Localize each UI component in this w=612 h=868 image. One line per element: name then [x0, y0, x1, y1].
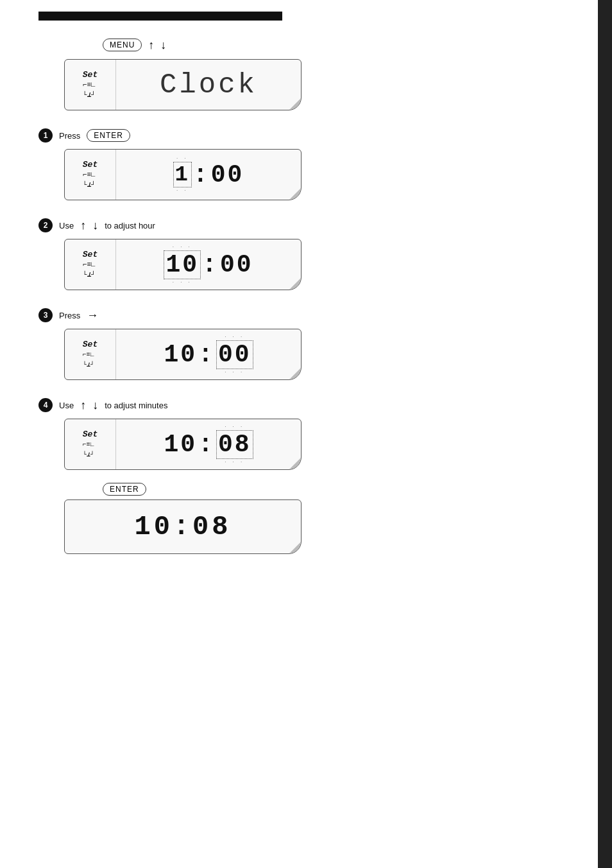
down-arrow-4: ↓ — [92, 399, 98, 411]
menu-button[interactable]: MENU — [103, 39, 142, 51]
final-display-time: 10:08 — [65, 512, 301, 542]
step-3-row: 3 Press → — [38, 308, 565, 322]
hour-3: 10 — [164, 341, 197, 369]
step-4-row: 4 Use ↑ ↓ to adjust minutes — [38, 398, 565, 412]
enter-button-1[interactable]: ENTER — [87, 129, 130, 142]
main-content: MENU ↑ ↓ Set ⌐≡∟ └⊥┘ Clock 1 Press ENTER… — [38, 32, 565, 567]
step-2-row: 2 Use ↑ ↓ to adjust hour — [38, 218, 565, 232]
menu-row: MENU ↑ ↓ — [103, 39, 565, 51]
display-2-time: · · · 10 · · · : 00 — [116, 244, 301, 286]
clock-label-display: Clock — [116, 69, 301, 101]
blinking-minutes-3: · · · 00 · · · — [216, 334, 253, 376]
blinking-hour-2: · · · 10 · · · — [164, 244, 201, 286]
step-4-circle: 4 — [38, 398, 53, 412]
right-arrow-3: → — [87, 309, 98, 321]
final-display-panel: 10:08 — [64, 499, 302, 554]
final-time: 10:08 — [134, 512, 231, 542]
blinking-minutes-4: · · · 08 · · · — [216, 424, 253, 465]
set-icon-2: Set ⌐≡∟ └⊥┘ — [65, 239, 116, 290]
step-4-text: Use — [59, 401, 74, 410]
step-1-row: 1 Press ENTER — [38, 128, 565, 143]
down-arrow-2: ↓ — [92, 220, 98, 231]
step-1-text: Press — [59, 131, 80, 141]
set-text: Set ⌐≡∟ └⊥┘ — [83, 70, 98, 100]
display-1-panel: Set ⌐≡∟ └⊥┘ · · 1 · · : 00 — [64, 149, 302, 200]
display-4-panel: Set ⌐≡∟ └⊥┘ 10 : · · · 08 · · · — [64, 419, 302, 470]
step-2-text: Use — [59, 221, 74, 230]
blinking-hour-1: · · 1 · · — [173, 155, 192, 194]
display-2-panel: Set ⌐≡∟ └⊥┘ · · · 10 · · · : 00 — [64, 239, 302, 290]
set-icon-3: Set ⌐≡∟ └⊥┘ — [65, 329, 116, 379]
step-3-circle: 3 — [38, 308, 53, 322]
set-text-2: Set ⌐≡∟ └⊥┘ — [83, 250, 98, 280]
set-text-3: Set ⌐≡∟ └⊥┘ — [83, 340, 98, 370]
set-icon-4: Set ⌐≡∟ └⊥┘ — [65, 419, 116, 469]
right-bar — [598, 0, 612, 868]
clock-display-panel: Set ⌐≡∟ └⊥┘ Clock — [64, 59, 302, 110]
step-4-text2: to adjust minutes — [105, 401, 167, 410]
top-bar — [38, 12, 282, 21]
clock-text: Clock — [160, 69, 257, 101]
display-1-time: · · 1 · · : 00 — [116, 155, 301, 194]
set-icon-1: Set ⌐≡∟ └⊥┘ — [65, 150, 116, 200]
display-4-time: 10 : · · · 08 · · · — [116, 424, 301, 465]
hour-4: 10 — [164, 431, 197, 458]
up-arrow-2: ↑ — [80, 220, 86, 231]
set-text-1: Set ⌐≡∟ └⊥┘ — [83, 160, 98, 190]
minutes-1: 00 — [211, 161, 244, 189]
minutes-2: 00 — [220, 251, 253, 279]
step-2-circle: 2 — [38, 218, 53, 232]
set-text-4: Set ⌐≡∟ └⊥┘ — [83, 430, 98, 460]
display-3-panel: Set ⌐≡∟ └⊥┘ 10 : · · · 00 · · · — [64, 329, 302, 380]
step-1-circle: 1 — [38, 128, 53, 143]
step-2-text2: to adjust hour — [105, 221, 155, 230]
set-icon-area: Set ⌐≡∟ └⊥┘ — [65, 60, 116, 110]
down-arrow-icon: ↓ — [160, 39, 166, 51]
step-3-text: Press — [59, 311, 80, 320]
display-3-time: 10 : · · · 00 · · · — [116, 334, 301, 376]
final-enter-row: ENTER — [103, 483, 565, 496]
enter-button-final[interactable]: ENTER — [103, 483, 146, 496]
up-arrow-4: ↑ — [80, 399, 86, 411]
up-arrow-icon: ↑ — [148, 39, 154, 51]
